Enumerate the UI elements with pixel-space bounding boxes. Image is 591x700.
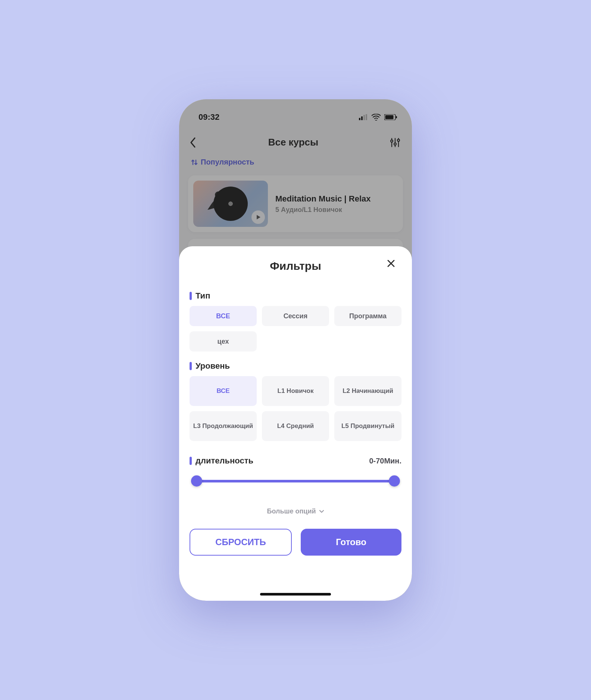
sheet-header: Фильтры bbox=[190, 257, 401, 281]
section-type-heading: Тип bbox=[190, 291, 401, 301]
close-icon bbox=[387, 259, 395, 268]
duration-value: 0-70Мин. bbox=[369, 457, 401, 465]
sheet-actions: СБРОСИТЬ Готово bbox=[190, 529, 401, 556]
level-chip-l5[interactable]: L5 Продвинутый bbox=[334, 411, 401, 441]
type-chip-group: ВСЕ Сессия Программа цех bbox=[190, 306, 401, 351]
more-options-label: Больше опций bbox=[267, 507, 316, 515]
slider-handle-max[interactable] bbox=[389, 475, 400, 487]
level-chip-l3[interactable]: L3 Продолжающий bbox=[190, 411, 257, 441]
type-chip-all[interactable]: ВСЕ bbox=[190, 306, 257, 326]
section-level-heading: Уровень bbox=[190, 361, 401, 371]
level-chip-all[interactable]: ВСЕ bbox=[190, 376, 257, 406]
type-chip-workshop[interactable]: цех bbox=[190, 331, 257, 351]
phone-frame: 09:32 Все курсы bbox=[179, 99, 412, 601]
type-chip-session[interactable]: Сессия bbox=[262, 306, 329, 326]
duration-slider[interactable] bbox=[193, 475, 398, 487]
level-chip-l1[interactable]: L1 Новичок bbox=[262, 376, 329, 406]
done-button[interactable]: Готово bbox=[301, 529, 401, 556]
reset-button[interactable]: СБРОСИТЬ bbox=[190, 529, 292, 556]
level-chip-group: ВСЕ L1 Новичок L2 Начинающий L3 Продолжа… bbox=[190, 376, 401, 441]
type-chip-program[interactable]: Программа bbox=[334, 306, 401, 326]
level-chip-l2[interactable]: L2 Начинающий bbox=[334, 376, 401, 406]
slider-track bbox=[193, 480, 398, 482]
home-indicator[interactable] bbox=[260, 593, 331, 596]
filters-sheet: Фильтры Тип ВСЕ Сессия Программа цех Уро… bbox=[179, 246, 412, 601]
section-duration-heading: длительность bbox=[190, 456, 253, 466]
slider-handle-min[interactable] bbox=[191, 475, 202, 487]
sheet-title: Фильтры bbox=[190, 260, 401, 272]
level-chip-l4[interactable]: L4 Средний bbox=[262, 411, 329, 441]
chevron-down-icon bbox=[319, 510, 324, 513]
close-button[interactable] bbox=[384, 256, 398, 271]
duration-row: длительность 0-70Мин. bbox=[190, 456, 401, 466]
more-options-button[interactable]: Больше опций bbox=[190, 507, 401, 515]
